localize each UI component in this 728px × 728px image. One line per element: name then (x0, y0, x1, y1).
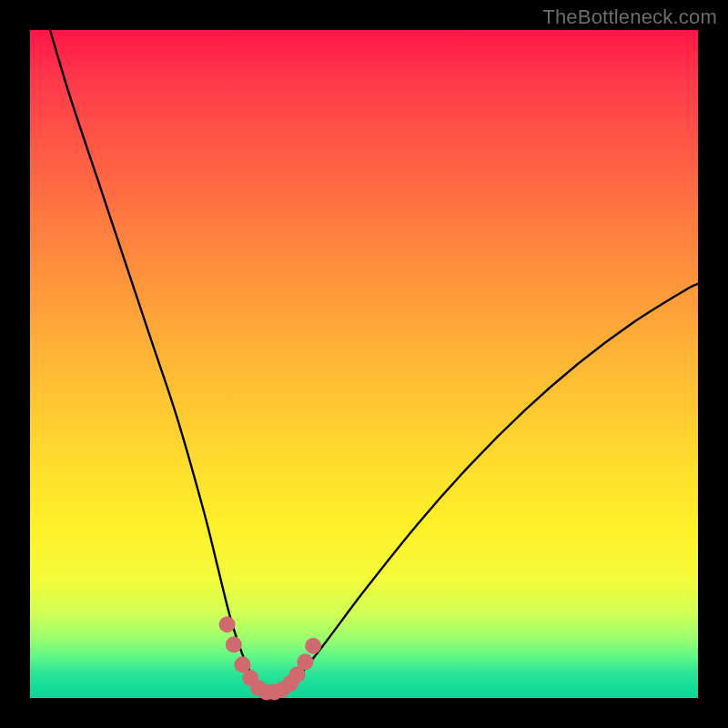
chart-frame: TheBottleneck.com (0, 0, 728, 728)
marker-dot (305, 638, 321, 654)
marker-dot (226, 636, 242, 652)
chart-plot-area (30, 30, 698, 698)
chart-svg (30, 30, 698, 698)
marker-dot (219, 616, 236, 632)
bottleneck-curve (50, 30, 698, 693)
watermark-text: TheBottleneck.com (542, 5, 717, 29)
marker-dot (297, 653, 313, 670)
